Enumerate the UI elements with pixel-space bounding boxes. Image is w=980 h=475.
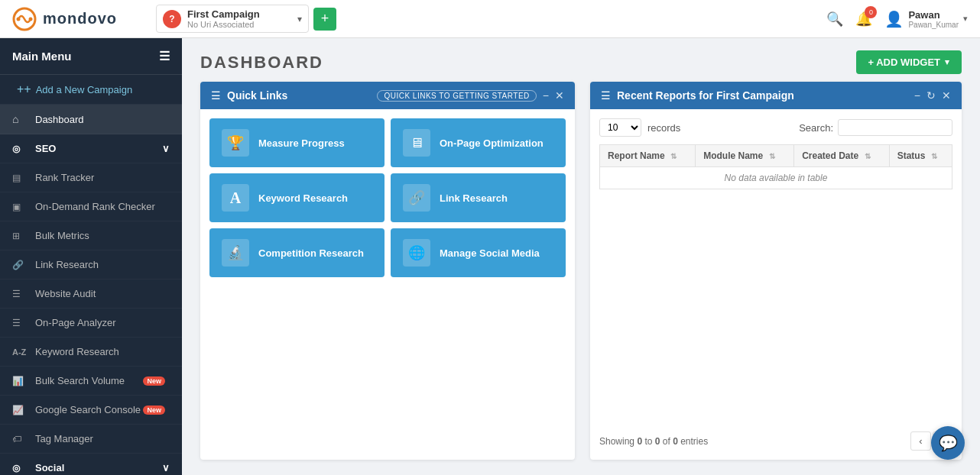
no-data-cell: No data available in table [600,167,952,189]
sidebar-item-on-page-analyzer[interactable]: ☰ On-Page Analyzer [0,309,182,338]
ql-link-research[interactable]: 🔗 Link Research [391,173,566,222]
showing-text: Showing 0 to 0 of 0 entries [599,436,708,447]
sidebar-item-bulk-search[interactable]: 📊 Bulk Search Volume New [0,367,182,396]
campaign-sub: No Uri Associated [187,20,291,29]
social-globe-icon: 🌐 [403,239,430,267]
showing-row: Showing 0 to 0 of 0 entries ‹ › [599,431,952,451]
user-dropdown-arrow: ▾ [963,14,968,24]
new-badge: New [143,376,165,386]
user-avatar-icon: 👤 [884,10,904,28]
seo-icon: ◎ [12,144,28,154]
sidebar-item-label: Dashboard [35,114,170,125]
ql-label: On-Page Optimization [440,137,544,149]
sidebar-item-website-audit[interactable]: ☰ Website Audit [0,280,182,309]
flask-icon: 🔬 [222,239,249,267]
ql-measure-progress[interactable]: 🏆 Measure Progress [209,118,385,167]
notifications-button[interactable]: 🔔 0 [855,11,872,27]
sidebar-item-google-console[interactable]: 📈 Google Search Console New [0,396,182,425]
quick-links-controls: − ✕ [543,89,564,102]
ql-manage-social[interactable]: 🌐 Manage Social Media [391,228,566,277]
hamburger-lines-icon2: ☰ [601,89,611,102]
ql-keyword-research[interactable]: A Keyword Research [209,173,385,222]
sidebar-item-bulk-metrics[interactable]: ⊞ Bulk Metrics [0,221,182,250]
content-header: DASHBOARD + ADD WIDGET ▾ [182,38,980,82]
sort-icon: ⇅ [670,152,677,160]
sidebar-item-on-demand[interactable]: ▣ On-Demand Rank Checker [0,192,182,221]
col-module-name[interactable]: Module Name ⇅ [696,145,794,167]
reports-search-input[interactable] [838,119,952,136]
user-info: Pawan Pawan_Kumar [908,9,959,29]
sidebar-add-campaign[interactable]: ++ Add a New Campaign [0,75,182,105]
svg-point-1 [17,17,21,21]
add-widget-label: + ADD WIDGET [868,57,941,68]
svg-point-2 [29,17,33,21]
campaign-name: First Campaign [187,8,291,20]
close-icon2[interactable]: ✕ [942,89,951,102]
records-per-page-select[interactable]: 10 25 50 100 [599,118,641,137]
sidebar-title: Main Menu [12,50,72,63]
col-created-date[interactable]: Created Date ⇅ [794,145,889,167]
topbar: mondovo ? First Campaign No Uri Associat… [0,0,980,38]
refresh-icon[interactable]: ↻ [926,89,936,102]
plus-icon: ++ [17,82,31,96]
sidebar-item-link-research[interactable]: 🔗 Link Research [0,250,182,280]
sidebar-item-social[interactable]: ◎ Social ∨ [0,454,182,475]
page-title: DASHBOARD [200,53,323,73]
ql-competition-research[interactable]: 🔬 Competition Research [209,228,385,277]
user-display-name: Pawan [908,9,959,21]
minimize-icon[interactable]: − [543,89,549,102]
hamburger-lines-icon: ☰ [211,89,221,102]
ql-on-page-optimization[interactable]: 🖥 On-Page Optimization [391,118,566,167]
sort-icon: ⇅ [769,152,775,160]
on-page-icon: ☰ [12,318,28,328]
tag-icon: 🏷 [12,434,28,444]
prev-page-button[interactable]: ‹ [910,431,930,451]
quick-links-title: Quick Links [227,89,371,102]
widgets-row: ☰ Quick Links Quick Links to Getting Sta… [182,82,980,475]
col-status[interactable]: Status ⇅ [889,145,952,167]
sidebar-item-dashboard[interactable]: ⌂ Dashboard [0,105,182,134]
bulk-metrics-icon: ⊞ [12,231,28,241]
link-icon: 🔗 [12,260,28,270]
on-demand-icon: ▣ [12,202,28,212]
search-icon[interactable]: 🔍 [826,11,843,27]
rank-tracker-icon: ▤ [12,173,28,183]
add-widget-arrow-icon: ▾ [945,57,949,67]
sidebar-item-keyword-research[interactable]: A-Z Keyword Research [0,338,182,367]
social-arrow-icon: ∨ [162,462,170,473]
logo-icon [12,7,37,31]
minimize-icon2[interactable]: − [914,89,920,102]
sidebar-item-label: On-Demand Rank Checker [35,201,170,212]
sidebar-header: Main Menu ☰ [0,38,182,75]
search-label: Search: [799,122,833,134]
social-label: Social [35,462,162,473]
quick-links-grid: 🏆 Measure Progress 🖥 On-Page Optimizatio… [200,109,575,286]
trophy-icon: 🏆 [222,129,249,157]
ql-label: Manage Social Media [440,247,540,259]
recent-reports-header: ☰ Recent Reports for First Campaign − ↻ … [590,82,962,109]
user-username: Pawan_Kumar [908,21,959,29]
sidebar-item-label: Bulk Metrics [35,230,170,241]
sidebar-item-seo[interactable]: ◎ SEO ∨ [0,134,182,163]
records-label: records [647,122,680,134]
user-menu-button[interactable]: 👤 Pawan Pawan_Kumar ▾ [884,9,968,29]
add-campaign-button[interactable]: + [313,8,336,31]
recent-reports-title: Recent Reports for First Campaign [617,89,908,102]
sidebar-item-label: On-Page Analyzer [35,317,170,328]
sidebar-item-label: Website Audit [35,288,170,299]
ql-label: Competition Research [258,247,364,259]
add-widget-button[interactable]: + ADD WIDGET ▾ [856,50,962,74]
chat-icon: 💬 [939,434,958,452]
sidebar-item-label: Keyword Research [35,346,170,357]
monitor-icon: 🖥 [403,129,430,157]
sidebar-item-rank-tracker[interactable]: ▤ Rank Tracker [0,163,182,192]
campaign-selector[interactable]: ? First Campaign No Uri Associated ▾ [156,5,309,33]
chat-bubble-button[interactable]: 💬 [931,426,965,460]
close-icon[interactable]: ✕ [555,89,564,102]
campaign-icon: ? [163,10,181,28]
logo: mondovo [12,7,150,31]
col-report-name[interactable]: Report Name ⇅ [600,145,696,167]
quick-links-subtitle: Quick Links to Getting Started [377,90,536,102]
hamburger-icon[interactable]: ☰ [159,49,170,63]
sidebar-item-tag-manager[interactable]: 🏷 Tag Manager [0,425,182,454]
